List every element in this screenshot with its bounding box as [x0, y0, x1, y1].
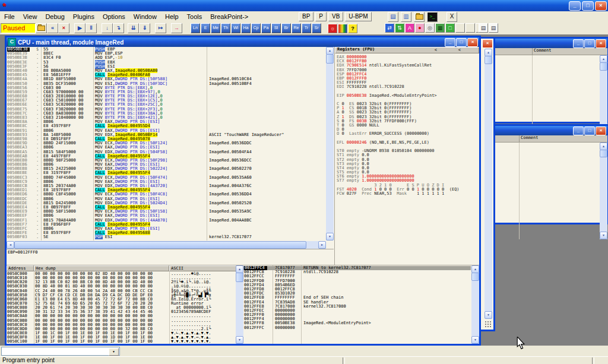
plugin-button-p[interactable]: P: [315, 12, 327, 21]
trace-spiral-button[interactable]: ◎: [425, 23, 435, 33]
step-backward-button[interactable]: «: [47, 23, 58, 33]
register-line[interactable]: O 0 LastErr ERROR_SUCCESS (00000000): [337, 132, 479, 136]
folder-icon-button[interactable]: [414, 12, 425, 22]
scroll-down-icon[interactable]: ▼: [471, 336, 479, 344]
pause-button[interactable]: ‖: [86, 23, 97, 33]
scroll-thumb[interactable]: [326, 54, 334, 64]
report-button[interactable]: ▤: [489, 23, 498, 33]
comment-column-header[interactable]: Comment: [532, 49, 552, 53]
command-combobox[interactable]: ▼: [1, 347, 120, 356]
scroll-thumb[interactable]: [484, 56, 492, 64]
dump-vertical-scrollbar[interactable]: ▲ ▼: [236, 265, 243, 344]
panel-button-re[interactable]: Re: [292, 23, 301, 33]
book-icon-button[interactable]: ▥: [401, 12, 411, 22]
close-toolbar-button[interactable]: X: [446, 12, 457, 22]
scroll-thumb[interactable]: [471, 273, 479, 281]
vertical-scrollbar[interactable]: ▲ ▼: [484, 49, 492, 319]
scroll-down-icon[interactable]: ▼: [326, 233, 334, 240]
assembler-button[interactable]: A: [405, 23, 414, 33]
maximize-button[interactable]: □: [584, 39, 595, 48]
disasm-row[interactable]: 0050BEFE.E8 8597F8FFCALL ImageRed.004956…: [7, 231, 334, 235]
step-into-button[interactable]: ↓: [102, 23, 113, 33]
menu-help[interactable]: Help: [161, 12, 183, 21]
swap-arrows-button[interactable]: ⇄: [385, 23, 394, 33]
screen-button[interactable]: □: [445, 23, 455, 33]
disasm-row[interactable]: 0050BEE9.8B0D 58F15000MOV ECX,DWORD PTR …: [7, 210, 334, 214]
notes-icon-button[interactable]: ▤: [388, 12, 398, 22]
disasm-row[interactable]: 0050BE8C.E8 4397F8FFCALL ImageRed.004955…: [7, 124, 334, 128]
minimize-button[interactable]: _: [573, 39, 584, 48]
column-header-row[interactable]: Comment: [495, 48, 607, 55]
scroll-thumb[interactable]: [236, 273, 243, 282]
disasm-row[interactable]: 0050BF03.5EPOP ESIkernel32.7C817077: [7, 235, 334, 239]
stack-vertical-scrollbar[interactable]: ▲ ▼: [471, 265, 479, 344]
stack-row[interactable]: 0012FFFC00000000: [243, 326, 471, 330]
close-icon[interactable]: ×: [596, 126, 606, 135]
scroll-down-icon[interactable]: ▼: [236, 336, 243, 344]
console-icon-button[interactable]: >_: [427, 12, 438, 22]
plugin-button-vb[interactable]: VB: [328, 12, 343, 21]
binary-button[interactable]: ▦: [435, 23, 445, 33]
record-button[interactable]: ●: [415, 23, 425, 33]
register-line[interactable]: EDI 7C910228 ntdll.7C910228: [337, 85, 479, 89]
menu-breakpoint[interactable]: BreakPoint->: [206, 12, 252, 21]
plugin-button-bp[interactable]: BP: [299, 12, 314, 21]
vertical-scrollbar[interactable]: ▲ ▼: [600, 143, 607, 239]
panel-button-cp[interactable]: Cp: [251, 23, 261, 33]
log-report-button[interactable]: ▤: [479, 23, 488, 33]
dump-ascii-header[interactable]: ASCII: [169, 265, 236, 271]
resize-grip[interactable]: [484, 321, 492, 328]
panel-button-tr[interactable]: Tr: [302, 23, 311, 33]
scroll-thumb[interactable]: [600, 150, 607, 157]
maximize-button[interactable]: □: [582, 1, 594, 11]
minimize-button[interactable]: _: [569, 1, 581, 11]
stack-pane[interactable]: 0012FFC47C817077RETURN to kernel32.7C817…: [243, 265, 471, 344]
scroll-left-icon[interactable]: ◄: [7, 241, 14, 249]
menu-debug[interactable]: Debug: [41, 12, 68, 21]
panel-button-br[interactable]: Br: [281, 23, 291, 33]
disasm-row[interactable]: 0050BEB0.8B0D 98F25000MOV ECX,DWORD PTR …: [7, 159, 334, 163]
disasm-row[interactable]: 0050BEC3.8B0D 74F45000MOV ECX,DWORD PTR …: [7, 176, 334, 180]
scroll-thumb[interactable]: [600, 62, 607, 71]
panel-button-e[interactable]: E: [201, 23, 210, 33]
execute-till-return-button[interactable]: ↦: [155, 23, 166, 33]
dump-address-header[interactable]: Address: [7, 265, 34, 271]
panel-button-th[interactable]: Th: [221, 23, 230, 33]
run-button[interactable]: ▶: [74, 23, 86, 33]
scroll-thumb[interactable]: [14, 241, 306, 249]
disasm-row[interactable]: 0050BEF7.E8 F896F8FFCALL ImageRed.004955…: [7, 223, 334, 227]
maximize-button[interactable]: □: [584, 126, 595, 135]
register-line[interactable]: EIP 0050BE38 ImageRed.<ModuleEntryPoint>: [337, 94, 479, 98]
disasm-row[interactable]: 0050BE3E.53PUSH EBX: [7, 61, 334, 65]
panel-button-me[interactable]: Me: [211, 23, 220, 33]
column-header-row[interactable]: Comment: [495, 135, 607, 143]
scroll-right-icon[interactable]: ►: [318, 241, 326, 249]
disassembly-vertical-scrollbar[interactable]: ▲ ▼: [326, 47, 334, 240]
plugin-button-ubpm[interactable]: U-BPM: [345, 12, 371, 21]
right-window-2-titlebar[interactable]: _ □ ×: [495, 126, 607, 135]
debug-options-button[interactable]: ☼: [328, 24, 337, 33]
help-button[interactable]: ?: [348, 24, 357, 33]
close-program-button[interactable]: ×: [58, 23, 69, 33]
panel-button-st[interactable]: St: [271, 23, 281, 33]
scroll-down-icon[interactable]: ▼: [484, 311, 492, 319]
empty-slot[interactable]: [466, 23, 475, 33]
disasm-row[interactable]: 0050BE38$55PUSH EBP: [7, 48, 334, 52]
registers-header[interactable]: Registers (FPU) < <: [335, 47, 479, 53]
combobox-dropdown-icon[interactable]: ▼: [109, 348, 119, 356]
hex-dump-pane[interactable]: Address Hex dump ASCII 0050C00000 00 00 …: [7, 265, 236, 344]
menu-options[interactable]: Options: [99, 12, 129, 21]
go-to-eip-button[interactable]: →: [171, 23, 182, 33]
open-file-button[interactable]: [36, 23, 47, 33]
cpu-window-titlebar[interactable]: C CPU - main thread, module ImageRed _ □…: [7, 37, 479, 47]
menu-view[interactable]: View: [19, 12, 42, 21]
disassembly-horizontal-scrollbar[interactable]: ◄ ►: [7, 241, 326, 249]
close-icon[interactable]: ×: [467, 38, 478, 47]
menu-tools[interactable]: Tools: [183, 12, 207, 21]
register-line[interactable]: EFL 00000246 (NO,NB,E,BE,NS,PE,GE,LE): [337, 141, 479, 145]
maximize-button[interactable]: □: [456, 38, 467, 47]
disasm-row[interactable]: 0050BE9D.8B0D 24F15000MOV ECX,DWORD PTR …: [7, 141, 334, 145]
appearance-button[interactable]: [338, 24, 347, 33]
right-window-1-titlebar[interactable]: _ □ ×: [495, 39, 607, 48]
menu-plugins[interactable]: Plugins: [69, 12, 99, 21]
